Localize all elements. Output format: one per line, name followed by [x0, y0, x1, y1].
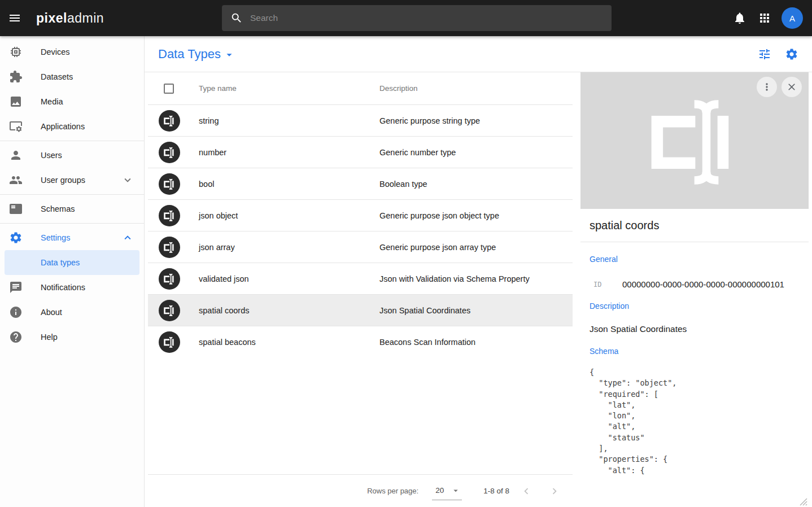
close-icon — [786, 81, 797, 93]
sidebar-item-notifications[interactable]: Notifications — [0, 275, 144, 300]
id-label: ID — [590, 281, 622, 289]
data-type-avatar — [159, 173, 180, 195]
sidebar-item-users[interactable]: Users — [0, 143, 144, 168]
column-header-type-name[interactable]: Type name — [199, 84, 379, 93]
filter-button[interactable] — [751, 41, 778, 68]
panel-close-button[interactable] — [782, 77, 802, 97]
data-type-avatar — [159, 237, 180, 258]
sidebar-item-label: Schemas — [41, 204, 75, 213]
select-all-checkbox[interactable] — [164, 84, 174, 94]
data-type-avatar — [159, 331, 180, 353]
featured-list-icon — [9, 202, 23, 216]
sidebar-item-label: Devices — [41, 47, 70, 56]
data-type-avatar — [159, 300, 180, 321]
data-type-icon — [162, 113, 177, 128]
bell-icon — [733, 11, 746, 25]
brand-bold: pixel — [36, 11, 67, 25]
notifications-button[interactable] — [727, 6, 752, 30]
user-avatar[interactable]: A — [782, 7, 803, 29]
table-row-selected[interactable]: spatial coords Json Spatial Coordinates — [148, 294, 573, 326]
sidebar-item-label: Media — [41, 97, 63, 106]
cell-type-name: number — [199, 148, 379, 157]
sidebar-item-label: Notifications — [41, 283, 85, 292]
sidebar-item-devices[interactable]: Devices — [0, 40, 144, 64]
image-icon — [9, 95, 23, 108]
sidebar-item-about[interactable]: About — [0, 300, 144, 325]
sidebar-item-user-groups[interactable]: User groups — [0, 168, 144, 193]
data-type-avatar — [159, 110, 180, 132]
table-row[interactable]: spatial beacons Beacons Scan Information — [148, 326, 573, 357]
table-row[interactable]: string Generic purpose string type — [148, 104, 573, 136]
sidebar-divider — [0, 223, 144, 224]
id-row: ID 00000000-0000-0000-0000-000000000101 — [590, 279, 800, 289]
info-icon — [9, 305, 23, 319]
sidebar-item-label: Data types — [41, 258, 80, 267]
sidebar-item-schemas[interactable]: Schemas — [0, 196, 144, 221]
main-content: Data Types — [145, 36, 812, 507]
title-caret-icon — [223, 49, 235, 61]
page-title-dropdown[interactable]: Data Types — [158, 47, 235, 62]
app-logo[interactable]: pixeladmin — [36, 11, 104, 26]
app-window-gear-icon — [9, 120, 23, 133]
pagination-range: 1-8 of 8 — [483, 487, 509, 495]
search-input[interactable] — [250, 13, 589, 23]
app-window: pixeladmin A Devices — [0, 0, 812, 507]
sidebar: Devices Datasets Media Applications User… — [0, 36, 145, 507]
apps-grid-icon — [758, 11, 771, 25]
previous-page-button[interactable] — [515, 480, 538, 502]
detail-panel: spatial coords General ID 00000000-0000-… — [580, 72, 809, 507]
sidebar-item-settings[interactable]: Settings — [0, 225, 144, 250]
description-value: Json Spatial Coordinates — [590, 324, 800, 334]
brand-light: admin — [67, 11, 104, 25]
sidebar-item-media[interactable]: Media — [0, 89, 144, 114]
rows-per-page-select[interactable]: 20 — [432, 482, 462, 500]
column-header-description[interactable]: Description — [379, 84, 573, 93]
detail-title: spatial coords — [580, 209, 809, 242]
search-bar[interactable] — [222, 5, 612, 31]
sidebar-item-label: Users — [41, 151, 62, 160]
table-header-row: Type name Description — [148, 72, 573, 104]
sidebar-item-help[interactable]: Help — [0, 325, 144, 349]
apps-grid-button[interactable] — [752, 6, 777, 30]
settings-button[interactable] — [778, 41, 805, 68]
dropdown-caret-icon — [451, 486, 461, 496]
page-title: Data Types — [158, 47, 221, 62]
cell-description: Generic purpose string type — [379, 116, 573, 125]
sidebar-item-data-types[interactable]: Data types — [5, 250, 139, 275]
next-page-button[interactable] — [543, 480, 566, 502]
menu-icon — [8, 11, 21, 25]
cell-type-name: spatial beacons — [199, 338, 379, 347]
cell-type-name: bool — [199, 180, 379, 189]
data-type-avatar — [159, 142, 180, 163]
data-type-avatar — [159, 205, 180, 226]
gear-icon — [785, 47, 798, 61]
data-type-icon — [162, 272, 177, 286]
table-row[interactable]: json object Generic purpose json object … — [148, 199, 573, 231]
sidebar-item-label: Datasets — [41, 72, 73, 81]
resize-handle[interactable] — [798, 497, 807, 506]
cell-description: Json with Validation via Schema Property — [379, 274, 573, 283]
table-row[interactable]: number Generic number type — [148, 136, 573, 168]
sidebar-item-label: Help — [41, 333, 58, 342]
sidebar-item-label: User groups — [41, 176, 85, 185]
more-vert-icon — [761, 81, 772, 93]
cell-description: Boolean type — [379, 180, 573, 189]
data-type-icon-large — [637, 83, 753, 199]
cell-type-name: spatial coords — [199, 306, 379, 315]
cell-type-name: json array — [199, 243, 379, 252]
table-row[interactable]: json array Generic purpose json array ty… — [148, 231, 573, 263]
chevron-up-icon — [121, 231, 134, 244]
sidebar-item-applications[interactable]: Applications — [0, 114, 144, 139]
table-pagination: Rows per page: 20 1-8 of 8 — [148, 474, 573, 507]
sidebar-item-datasets[interactable]: Datasets — [0, 64, 144, 89]
cell-type-name: validated json — [199, 274, 379, 283]
hamburger-menu-button[interactable] — [1, 5, 28, 32]
panel-more-button[interactable] — [757, 77, 777, 97]
table-row[interactable]: validated json Json with Validation via … — [148, 263, 573, 294]
gear-icon — [9, 231, 23, 244]
chat-icon — [9, 281, 23, 294]
data-type-icon — [162, 145, 177, 160]
rows-per-page-value: 20 — [435, 486, 444, 495]
table-row[interactable]: bool Boolean type — [148, 168, 573, 199]
content-header: Data Types — [145, 36, 812, 72]
